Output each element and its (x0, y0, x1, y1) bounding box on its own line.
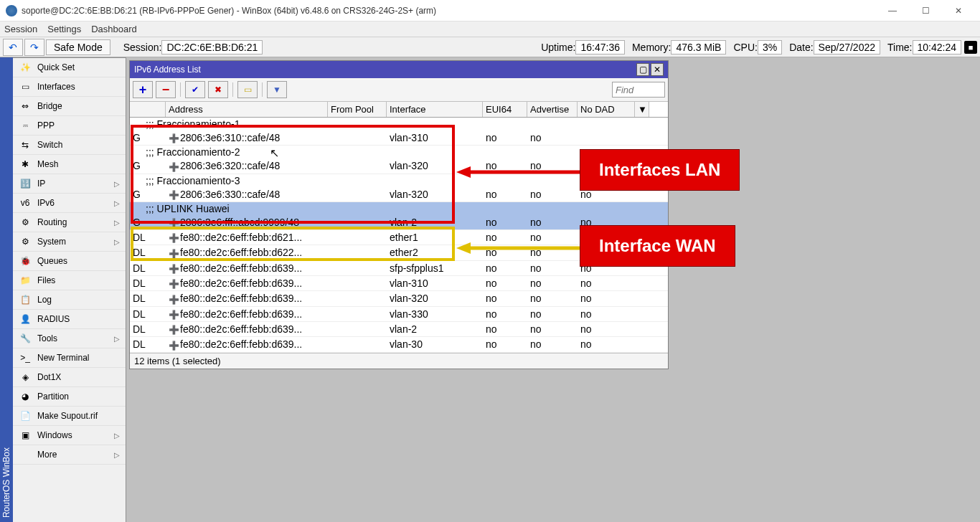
grid-row[interactable]: DLfe80::de2c:6eff:febb:d639...vlan-310no… (130, 276, 668, 291)
cell-no-dad: no (578, 337, 635, 351)
grid-row[interactable]: DLfe80::de2c:6eff:febb:d639...vlan-2nono… (130, 322, 668, 337)
panel-close-button[interactable]: ✕ (651, 63, 664, 76)
grid-row[interactable]: DLfe80::de2c:6eff:febb:d639...vlan-330no… (130, 307, 668, 322)
col-address[interactable]: Address (166, 102, 328, 117)
cell-eui64: no (483, 307, 527, 321)
maximize-button[interactable]: ☐ (910, 1, 941, 21)
sidebar-label: Mesh (37, 159, 58, 169)
cell-eui64: no (483, 276, 527, 290)
sidebar-item-tools[interactable]: 🔧Tools▷ (13, 329, 126, 348)
remove-button[interactable]: − (156, 81, 176, 98)
sidebar-item-queues[interactable]: 🐞Queues (13, 252, 126, 271)
sidebar-item-ip[interactable]: 🔢IP▷ (13, 174, 126, 194)
find-input[interactable] (612, 82, 665, 98)
cell-pool (328, 307, 387, 321)
vertical-tab[interactable]: RouterOS WinBox (0, 57, 13, 522)
grid-row[interactable]: DLfe80::de2c:6eff:febb:d639...vlan-30non… (130, 337, 668, 352)
cell-advertise: no (527, 322, 578, 336)
cell-eui64: no (483, 187, 527, 201)
redo-button[interactable] (24, 39, 44, 56)
cell-flag: DL (130, 261, 166, 275)
cell-address: fe80::de2c:6eff:febb:d639... (166, 322, 328, 336)
sidebar-item-switch[interactable]: ⇆Switch (13, 136, 126, 155)
sidebar-item-partition[interactable]: ◕Partition (13, 387, 126, 407)
cell-eui64: no (483, 337, 527, 351)
cell-advertise: no (527, 337, 578, 351)
sidebar-item-log[interactable]: 📋Log (13, 290, 126, 310)
sidebar-item-files[interactable]: 📁Files (13, 271, 126, 290)
cell-advertise: no (527, 291, 578, 305)
menu-dashboard[interactable]: Dashboard (91, 24, 137, 34)
close-button[interactable]: ✕ (943, 1, 974, 21)
filter-button[interactable]: ▼ (267, 81, 287, 98)
sidebar-item-ipv6[interactable]: v6IPv6▷ (13, 194, 126, 213)
menu-settings[interactable]: Settings (47, 24, 81, 34)
sidebar-label: More (37, 450, 57, 460)
cell-no-dad (578, 130, 635, 145)
cell-eui64: no (483, 261, 527, 275)
sidebar-icon: ◈ (19, 371, 32, 383)
panel-titlebar[interactable]: IPv6 Address List ▢ ✕ (130, 61, 668, 78)
sidebar-item-new-terminal[interactable]: >_New Terminal (13, 348, 126, 368)
safe-mode-button[interactable]: Safe Mode (46, 39, 110, 55)
col-interface[interactable]: Interface (387, 102, 483, 117)
sidebar-label: Queues (37, 256, 67, 266)
disable-button[interactable]: ✖ (208, 81, 228, 98)
enable-button[interactable]: ✔ (185, 81, 205, 98)
cell-flag: DL (130, 307, 166, 321)
sidebar-item-quick-set[interactable]: ✨Quick Set (13, 57, 126, 77)
col-eui64[interactable]: EUI64 (483, 102, 527, 117)
sidebar-icon: ⚙ (19, 217, 32, 228)
sidebar-label: IPv6 (37, 198, 55, 208)
col-dropdown[interactable]: ▼ (635, 102, 649, 117)
lan-arrow-icon (456, 165, 585, 179)
wan-highlight-box (131, 227, 455, 261)
cell-address: fe80::de2c:6eff:febb:d639... (166, 307, 328, 321)
sidebar-item-mesh[interactable]: ✱Mesh (13, 155, 126, 174)
add-button[interactable]: + (133, 81, 153, 98)
sidebar-label: New Terminal (37, 353, 89, 363)
address-icon (169, 341, 179, 351)
grid-row[interactable]: DLfe80::de2c:6eff:febb:d639...vlan-320no… (130, 291, 668, 306)
sidebar-item-ppp[interactable]: ⎓PPP (13, 116, 126, 136)
sidebar-item-radius[interactable]: 👤RADIUS (13, 310, 126, 329)
sidebar-label: Dot1X (37, 372, 61, 382)
cell-advertise: no (527, 307, 578, 321)
sidebar-item-system[interactable]: ⚙System▷ (13, 232, 126, 252)
sidebar-item-routing[interactable]: ⚙Routing▷ (13, 213, 126, 232)
uptime-label: Uptime: (541, 42, 575, 53)
minimize-button[interactable]: — (877, 1, 908, 21)
sidebar-item-dot1x[interactable]: ◈Dot1X (13, 368, 126, 387)
sidebar-icon: ⇔ (19, 100, 32, 112)
sidebar-label: Bridge (37, 101, 62, 111)
sidebar-icon: ✨ (19, 62, 32, 73)
sidebar-item-bridge[interactable]: ⇔Bridge (13, 97, 126, 116)
cell-interface: vlan-2 (387, 322, 483, 336)
panel-minimize-button[interactable]: ▢ (636, 63, 649, 76)
sidebar-item-make-supout-rif[interactable]: 📄Make Supout.rif (13, 407, 126, 426)
cell-interface: vlan-320 (387, 291, 483, 305)
sidebar-item-windows[interactable]: ▣Windows▷ (13, 426, 126, 445)
submenu-arrow-icon: ▷ (114, 432, 120, 440)
sidebar-icon: 🐞 (19, 255, 32, 267)
col-no-dad[interactable]: No DAD (578, 102, 635, 117)
submenu-arrow-icon: ▷ (114, 335, 120, 343)
sidebar-item-interfaces[interactable]: ▭Interfaces (13, 77, 126, 97)
undo-button[interactable] (3, 39, 23, 56)
sidebar-item-more[interactable]: More▷ (13, 445, 126, 465)
col-flag[interactable] (130, 102, 166, 117)
undo-icon (9, 42, 17, 53)
cell-address: fe80::de2c:6eff:febb:d639... (166, 276, 328, 290)
col-advertise[interactable]: Advertise (527, 102, 578, 117)
comment-button[interactable]: ▭ (237, 81, 258, 98)
sidebar-icon: 👤 (19, 313, 32, 325)
memory-value: 476.3 MiB (671, 40, 726, 54)
cell-address: fe80::de2c:6eff:febb:d639... (166, 337, 328, 351)
sidebar-icon: ◕ (19, 391, 32, 402)
cell-advertise: no (527, 261, 578, 275)
sidebar-label: Switch (37, 140, 62, 150)
sidebar-icon: 🔢 (19, 178, 32, 189)
col-from-pool[interactable]: From Pool (328, 102, 387, 117)
time-label: Time: (887, 42, 912, 53)
menu-session[interactable]: Session (4, 24, 37, 34)
